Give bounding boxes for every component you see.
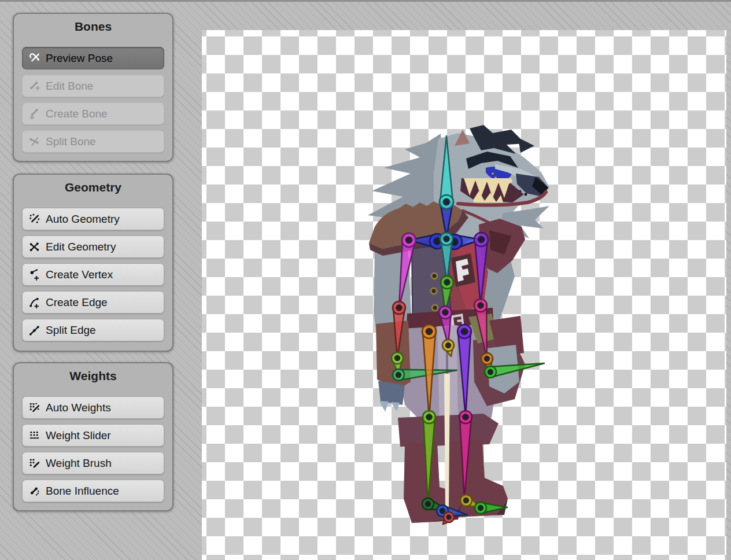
auto-geometry-icon [28,213,40,225]
preview-pose-button[interactable]: Preview Pose [22,47,164,69]
button-label: Weight Brush [46,457,112,470]
split-edge-icon [28,324,40,336]
bone-heel-l[interactable] [443,512,454,524]
weight-slider-button[interactable]: Weight Slider [22,424,164,447]
create-vertex-button[interactable]: Create Vertex [22,263,164,286]
auto-weights-icon [28,401,40,414]
auto-geometry-button[interactable]: Auto Geometry [22,208,164,230]
button-label: Split Bone [46,135,96,148]
panel-weights: Weights Auto Weights Weight Slider Weigh… [13,362,173,511]
button-label: Create Edge [46,296,108,309]
button-label: Split Edge [46,324,96,337]
button-label: Bone Influence [46,485,119,498]
weight-brush-button[interactable]: Weight Brush [22,452,164,474]
create-edge-icon [28,296,40,308]
button-label: Edit Bone [46,80,93,93]
weight-slider-icon [28,429,40,441]
button-label: Edit Geometry [46,241,116,253]
create-edge-button[interactable]: Create Edge [22,291,164,314]
edit-geometry-button[interactable]: Edit Geometry [22,235,164,258]
preview-pose-icon [28,52,40,64]
edit-bone-icon [28,80,40,92]
button-label: Create Bone [46,108,108,120]
bone-influence-icon [28,485,40,497]
create-bone-button[interactable]: Create Bone [22,102,164,125]
window-top-edge [0,0,731,2]
weight-brush-icon [28,457,40,469]
panel-title: Weights [14,369,172,384]
sprite-canvas[interactable] [202,30,726,560]
panel-geometry: Geometry Auto Geometry Edit Geometry Cre… [13,174,173,352]
edit-bone-button[interactable]: Edit Bone [22,75,164,97]
panel-title: Geometry [14,180,172,195]
button-label: Preview Pose [46,52,113,65]
create-vertex-icon [28,268,40,281]
split-bone-icon [28,135,40,148]
button-label: Weight Slider [46,429,111,442]
create-bone-icon [28,108,40,120]
auto-weights-button[interactable]: Auto Weights [22,396,164,419]
button-label: Create Vertex [46,268,113,281]
panel-title: Bones [14,19,172,34]
edit-geometry-icon [28,241,40,253]
split-edge-button[interactable]: Split Edge [22,319,164,341]
button-label: Auto Geometry [46,213,120,226]
panel-bones: Bones Preview Pose Edit Bone Create Bone… [13,13,173,162]
skinning-editor-window: Bones Preview Pose Edit Bone Create Bone… [0,0,731,560]
split-bone-button[interactable]: Split Bone [22,130,164,153]
button-label: Auto Weights [46,401,111,414]
bone-influence-button[interactable]: Bone Influence [22,480,164,502]
